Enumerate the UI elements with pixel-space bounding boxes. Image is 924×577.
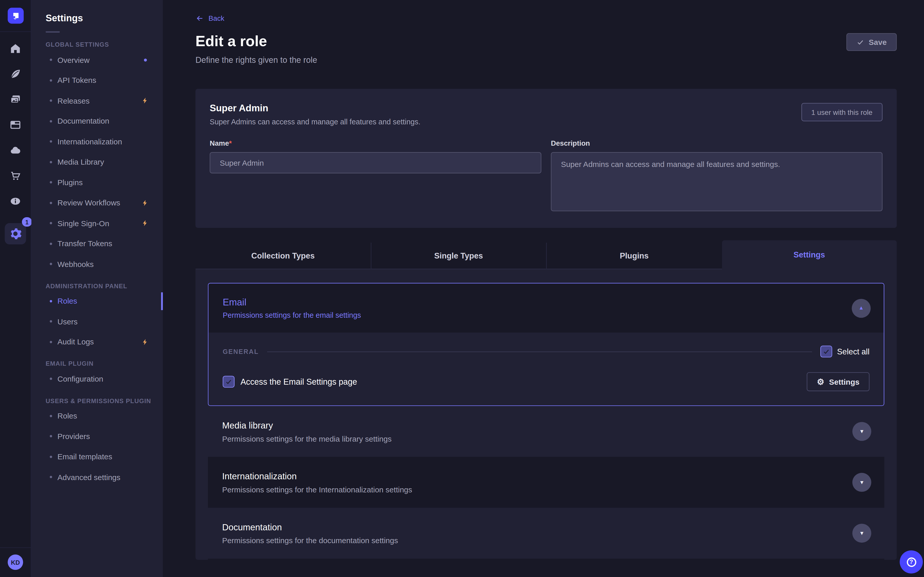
sidebar-item-webhooks[interactable]: Webhooks [46, 254, 149, 274]
sidebar-item-advanced-settings[interactable]: Advanced settings [46, 467, 149, 487]
email-permissions-accordion: Email Permissions settings for the email… [208, 283, 884, 406]
rail-divider [0, 31, 31, 32]
sidebar-item-label: Media Library [58, 158, 104, 166]
gear-icon: ⚙ [817, 377, 824, 386]
help-button[interactable]: ? [900, 550, 923, 574]
check-icon [856, 38, 864, 46]
sidebar-item-overview[interactable]: Overview [46, 50, 149, 70]
accordion-title: Documentation [222, 522, 398, 532]
strapi-logo[interactable] [7, 8, 23, 24]
accordion-titles: Media library Permissions settings for t… [222, 420, 391, 443]
sidebar-item-users[interactable]: Users [46, 311, 149, 332]
general-group-row: GENERAL Select all [223, 346, 869, 358]
sidebar-item-label: Users [58, 317, 78, 326]
sidebar-item-label: Single Sign-On [58, 219, 109, 228]
sidebar-item-plugins[interactable]: Plugins [46, 172, 149, 193]
role-name-input[interactable] [210, 152, 541, 173]
sidebar-item-audit-logs[interactable]: Audit Logs [46, 332, 149, 352]
rail-marketplace-button[interactable] [8, 169, 22, 183]
accordion-subtitle: Permissions settings for the Internation… [222, 485, 412, 494]
documentation-permissions-accordion[interactable]: Documentation Permissions settings for t… [208, 508, 884, 559]
check-icon [225, 378, 232, 385]
email-accordion-title: Email [223, 297, 361, 308]
images-icon [10, 93, 21, 105]
rail-content-manager-button[interactable] [8, 67, 22, 81]
back-link[interactable]: Back [195, 14, 225, 22]
sidebar-item-label: Transfer Tokens [58, 239, 112, 248]
bullet-icon [50, 243, 52, 245]
bullet-icon [50, 320, 52, 322]
sidebar-item-label: Configuration [58, 374, 103, 384]
email-accordion-header[interactable]: Email Permissions settings for the email… [208, 284, 884, 333]
save-button[interactable]: Save [846, 33, 897, 51]
rail-content-type-builder-button[interactable] [8, 118, 22, 132]
tab-plugins[interactable]: Plugins [546, 243, 722, 269]
chevron-down-icon: ▼ [859, 530, 864, 536]
email-accordion-subtitle: Permissions settings for the email setti… [223, 311, 361, 319]
select-all-checkbox[interactable] [821, 346, 832, 358]
expand-documentation-button[interactable]: ▼ [852, 524, 871, 543]
arrow-left-icon [195, 14, 204, 22]
sidebar-item-roles-users-permissions[interactable]: Roles [46, 406, 149, 426]
sidebar-item-providers[interactable]: Providers [46, 426, 149, 447]
save-label: Save [869, 38, 887, 47]
home-icon [10, 43, 21, 54]
sidebar-item-api-tokens[interactable]: API Tokens [46, 70, 149, 90]
sidebar-item-releases[interactable]: Releases [46, 90, 149, 111]
sidebar-item-label: Audit Logs [58, 337, 94, 347]
sidebar-item-label: Roles [58, 297, 77, 306]
expand-internationalization-button[interactable]: ▼ [852, 473, 871, 492]
section-label-email-plugin: EMAIL PLUGIN [46, 360, 149, 367]
sidebar-item-label: Providers [58, 432, 90, 441]
sidebar-item-review-workflows[interactable]: Review Workflows [46, 193, 149, 213]
sidebar-item-transfer-tokens[interactable]: Transfer Tokens [46, 234, 149, 254]
sidebar-item-roles-admin[interactable]: Roles [46, 291, 149, 311]
general-group-label: GENERAL [223, 348, 259, 355]
sidebar-item-email-templates[interactable]: Email templates [46, 446, 149, 467]
role-description-input[interactable]: Super Admins can access and manage all f… [551, 152, 882, 211]
name-label-text: Name [210, 139, 229, 147]
email-settings-access-checkbox[interactable] [223, 376, 234, 387]
email-settings-button[interactable]: ⚙ Settings [807, 372, 869, 391]
tab-settings[interactable]: Settings [722, 240, 897, 269]
tab-single-types[interactable]: Single Types [370, 243, 546, 269]
rail-home-button[interactable] [8, 42, 22, 56]
permission-label: Access the Email Settings page [241, 377, 357, 387]
sidebar-item-single-sign-on[interactable]: Single Sign-On [46, 213, 149, 234]
rail-bottom: KD [0, 548, 31, 577]
bullet-icon [50, 263, 52, 265]
users-with-role-button[interactable]: 1 user with this role [801, 103, 882, 122]
email-accordion-body: GENERAL Select all [208, 333, 884, 405]
bullet-icon [50, 100, 52, 102]
tab-collection-types[interactable]: Collection Types [195, 243, 371, 269]
sidebar-item-internationalization[interactable]: Internationalization [46, 131, 149, 152]
bullet-icon [50, 161, 52, 163]
page-subtitle: Define the rights given to the role [195, 55, 897, 64]
sidebar-title-rule [46, 31, 60, 32]
internationalization-permissions-accordion[interactable]: Internationalization Permissions setting… [208, 457, 884, 508]
sidebar-title: Settings [46, 13, 149, 24]
rail-settings-button[interactable]: 1 [5, 223, 26, 244]
check-icon [823, 348, 830, 355]
sidebar-item-media-library[interactable]: Media Library [46, 152, 149, 172]
rail-cloud-button[interactable] [8, 143, 22, 157]
bullet-icon [50, 222, 52, 224]
rail-info-button[interactable] [8, 194, 22, 208]
sidebar-item-documentation[interactable]: Documentation [46, 111, 149, 132]
role-form-fields: Name* Description Super Admins can acces… [210, 139, 883, 214]
user-avatar[interactable]: KD [8, 554, 23, 570]
plugins-marketplace-permissions-accordion[interactable]: Plugins and marketplace ▼ [208, 559, 884, 560]
role-card-titles: Super Admin Super Admins can access and … [210, 103, 420, 126]
accordion-titles: Documentation Permissions settings for t… [222, 522, 398, 545]
chevron-down-icon: ▼ [859, 429, 864, 434]
accordion-subtitle: Permissions settings for the media libra… [222, 434, 391, 443]
rail-media-library-button[interactable] [8, 92, 22, 106]
collapse-email-button[interactable]: ▲ [851, 298, 871, 318]
bullet-icon [50, 300, 52, 302]
bullet-icon [50, 59, 52, 61]
permissions-section: Collection Types Single Types Plugins Se… [195, 243, 897, 560]
expand-media-library-button[interactable]: ▼ [852, 422, 871, 441]
sidebar-item-configuration[interactable]: Configuration [46, 369, 149, 389]
media-library-permissions-accordion[interactable]: Media library Permissions settings for t… [208, 406, 884, 457]
page-title: Edit a role [195, 32, 897, 50]
